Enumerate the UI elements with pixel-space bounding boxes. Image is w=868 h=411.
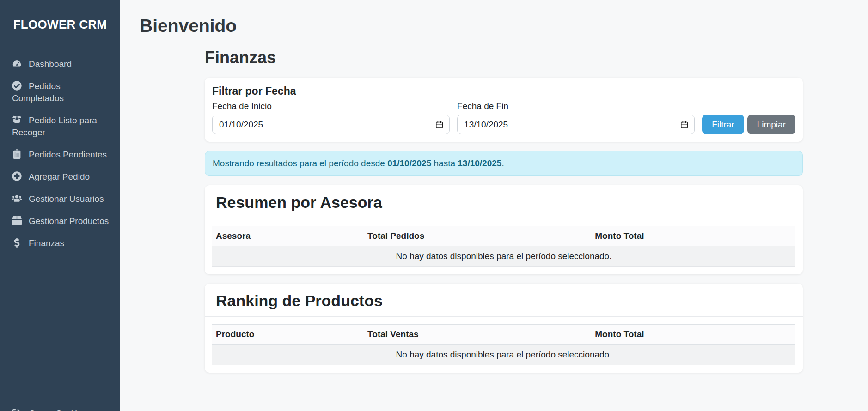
sidebar-item-label: Pedidos Pendientes [29, 150, 107, 159]
empty-message: No hay datos disponibles para el período… [212, 246, 795, 267]
alert-end-date: 13/10/2025 [458, 158, 501, 168]
start-date-label: Fecha de Inicio [212, 101, 450, 111]
empty-message: No hay datos disponibles para el período… [212, 345, 795, 365]
dollar-icon [12, 238, 22, 248]
sidebar-item-label: Agregar Pedido [29, 172, 90, 181]
table-header-row: Producto Total Ventas Monto Total [212, 325, 795, 345]
box-icon [12, 216, 22, 225]
filter-button[interactable]: Filtrar [702, 115, 744, 134]
clipboard-icon [12, 149, 22, 159]
dashboard-icon [12, 59, 22, 68]
sidebar-item-cerrar-sesion[interactable]: Cerrar Sesión [0, 402, 120, 411]
table-header-row: Asesora Total Pedidos Monto Total [212, 226, 795, 246]
alert-start-date: 01/10/2025 [387, 158, 431, 168]
alert-text: Mostrando resultados para el período des… [213, 158, 387, 168]
alert-text: . [501, 158, 504, 168]
column-header: Monto Total [591, 226, 795, 246]
calendar-icon[interactable] [435, 120, 444, 129]
ranking-card-header: Ranking de Productos [205, 284, 803, 317]
sidebar-item-label: Gestionar Usuarios [29, 194, 104, 204]
sidebar-item-agregar-pedido[interactable]: Agregar Pedido [0, 166, 120, 188]
ranking-title: Ranking de Productos [216, 292, 792, 310]
column-header: Asesora [212, 226, 364, 246]
sign-out-icon [12, 408, 22, 411]
sidebar-item-label: Gestionar Productos [29, 216, 109, 226]
filter-title: Filtrar por Fecha [212, 85, 795, 97]
summary-card: Resumen por Asesora Asesora Total Pedido… [205, 185, 803, 274]
finanzas-section: Finanzas Filtrar por Fecha Fecha de Inic… [205, 48, 803, 373]
sidebar-item-finanzas[interactable]: Finanzas [0, 232, 120, 254]
column-header: Total Pedidos [364, 226, 591, 246]
end-date-input[interactable] [457, 115, 695, 134]
summary-card-header: Resumen por Asesora [205, 185, 803, 218]
start-date-input[interactable] [212, 115, 450, 134]
sidebar-item-pedido-listo[interactable]: Pedido Listo para Recoger [0, 109, 120, 144]
column-header: Total Ventas [364, 325, 591, 345]
ranking-table: Producto Total Ventas Monto Total No hay… [212, 324, 795, 365]
alert-text: hasta [431, 158, 458, 168]
plus-circle-icon [12, 171, 22, 181]
date-filter-card: Filtrar por Fecha Fecha de Inicio Fecha … [205, 78, 803, 142]
empty-row: No hay datos disponibles para el período… [212, 345, 795, 365]
section-title: Finanzas [205, 48, 803, 67]
sidebar-item-gestionar-productos[interactable]: Gestionar Productos [0, 210, 120, 232]
sidebar-nav: Dashboard Pedidos Completados Pedido Lis… [0, 53, 120, 254]
page-title: Bienvenido [140, 16, 868, 36]
summary-title: Resumen por Asesora [216, 193, 792, 212]
sidebar-item-gestionar-usuarios[interactable]: Gestionar Usuarios [0, 188, 120, 210]
ranking-card: Ranking de Productos Producto Total Vent… [205, 284, 803, 373]
filter-buttons: Filtrar Limpiar [702, 115, 795, 134]
sidebar-item-label: Pedido Listo para Recoger [12, 115, 97, 137]
sidebar-item-label: Dashboard [29, 59, 72, 69]
app-title: FLOOWER CRM [0, 18, 120, 32]
filter-row: Fecha de Inicio Fecha de Fin Filtrar L [212, 101, 795, 134]
sidebar-item-label: Finanzas [29, 238, 64, 248]
sidebar-item-dashboard[interactable]: Dashboard [0, 53, 120, 75]
period-alert: Mostrando resultados para el período des… [205, 151, 803, 176]
check-circle-icon [12, 81, 22, 91]
column-header: Producto [212, 325, 364, 345]
column-header: Monto Total [591, 325, 795, 345]
users-icon [12, 193, 22, 203]
end-date-label: Fecha de Fin [457, 101, 695, 111]
end-date-group: Fecha de Fin [457, 101, 695, 134]
calendar-icon[interactable] [680, 120, 689, 129]
sidebar-item-pedidos-completados[interactable]: Pedidos Completados [0, 75, 120, 109]
empty-row: No hay datos disponibles para el período… [212, 246, 795, 267]
main-content: Bienvenido Finanzas Filtrar por Fecha Fe… [120, 0, 868, 411]
summary-table: Asesora Total Pedidos Monto Total No hay… [212, 226, 795, 267]
sidebar-item-label: Cerrar Sesión [29, 408, 83, 411]
clear-button[interactable]: Limpiar [747, 115, 795, 134]
box-open-icon [12, 115, 22, 125]
start-date-group: Fecha de Inicio [212, 101, 450, 134]
sidebar: FLOOWER CRM Dashboard Pedidos Completado… [0, 0, 120, 411]
sidebar-item-pedidos-pendientes[interactable]: Pedidos Pendientes [0, 144, 120, 166]
